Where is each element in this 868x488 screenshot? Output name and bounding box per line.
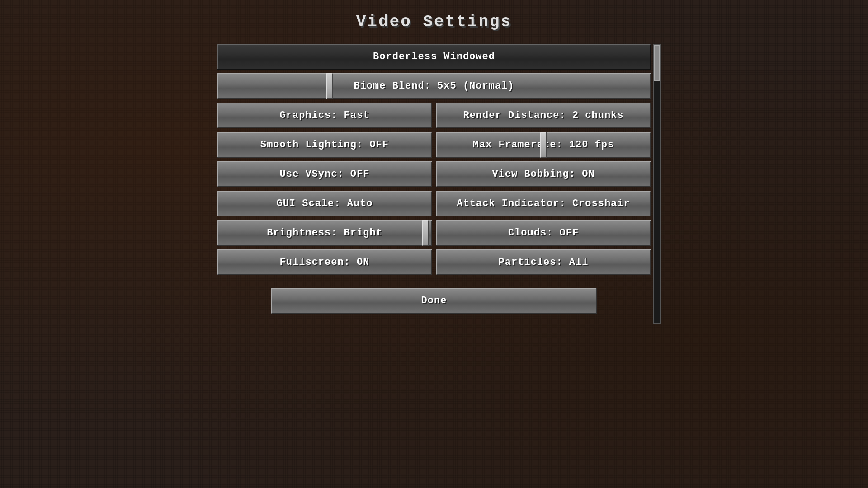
row-vsync-viewbobbing: Use VSync: OFF View Bobbing: ON [217,161,651,187]
clouds-button[interactable]: Clouds: OFF [436,220,651,246]
brightness-slider-handle[interactable] [422,220,429,246]
settings-container: Borderless Windowed Biome Blend: 5x5 (No… [217,44,651,275]
done-button[interactable]: Done [271,288,597,314]
graphics-button[interactable]: Graphics: Fast [217,103,432,128]
biome-blend-slider-handle[interactable] [326,73,333,99]
render-distance-button[interactable]: Render Distance: 2 chunks [436,103,651,128]
fullscreen-button[interactable]: Fullscreen: ON [217,249,432,275]
vsync-button[interactable]: Use VSync: OFF [217,161,432,187]
borderless-windowed-button[interactable]: Borderless Windowed [217,44,651,70]
scrollbar-thumb[interactable] [654,45,660,81]
max-framerate-button[interactable]: Max Framerate: 120 fps [436,132,651,158]
row-graphics-render: Graphics: Fast Render Distance: 2 chunks [217,103,651,128]
smooth-lighting-button[interactable]: Smooth Lighting: OFF [217,132,432,158]
framerate-slider-handle[interactable] [540,132,547,158]
gui-scale-button[interactable]: GUI Scale: Auto [217,191,432,216]
view-bobbing-button[interactable]: View Bobbing: ON [436,161,651,187]
row-lighting-framerate: Smooth Lighting: OFF Max Framerate: 120 … [217,132,651,158]
row-fullscreen-particles: Fullscreen: ON Particles: All [217,249,651,275]
row-guiscale-attack: GUI Scale: Auto Attack Indicator: Crossh… [217,191,651,216]
biome-blend-button[interactable]: Biome Blend: 5x5 (Normal) [217,73,651,99]
brightness-button[interactable]: Brightness: Bright [217,220,432,246]
particles-button[interactable]: Particles: All [436,249,651,275]
scrollbar-track [653,44,661,324]
page-title: Video Settings [356,13,512,31]
attack-indicator-button[interactable]: Attack Indicator: Crosshair [436,191,651,216]
row-brightness-clouds: Brightness: Bright Clouds: OFF [217,220,651,246]
